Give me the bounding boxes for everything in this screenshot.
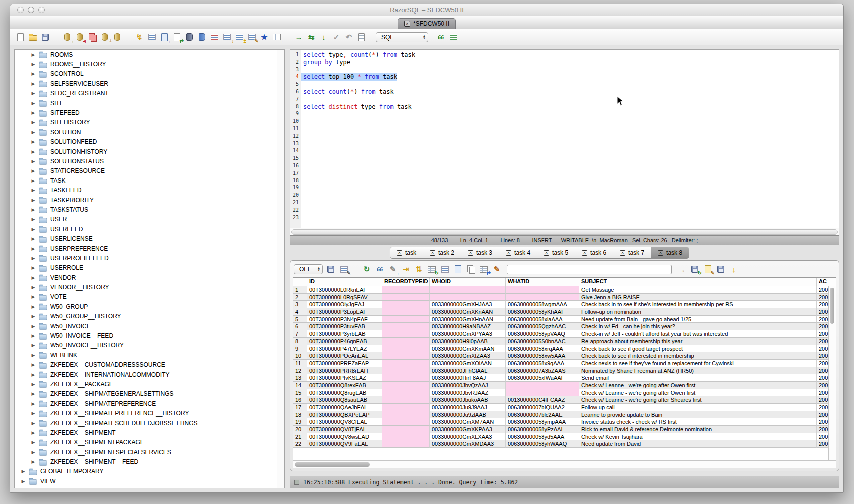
grid-cell[interactable]: [382, 286, 430, 294]
disclosure-triangle-icon[interactable]: ▶: [31, 217, 36, 222]
grid-cell[interactable]: [382, 323, 430, 330]
disclosure-triangle-icon[interactable]: ▶: [31, 276, 36, 280]
grid-cell[interactable]: 0033000000GmXHnAAN: [430, 316, 506, 324]
title-bar[interactable]: RazorSQL – SFDCW50 II: [10, 4, 844, 16]
grid-cell[interactable]: 200: [817, 352, 828, 360]
grid-cell[interactable]: [506, 382, 580, 390]
tree-item-w50-invoice-feed[interactable]: ▶W50_INVOICE__FEED: [15, 331, 277, 340]
grid-cell[interactable]: 00T3000000QAeJbEAL: [308, 404, 382, 412]
grid-cell[interactable]: 200: [817, 368, 828, 375]
code-text[interactable]: [301, 207, 304, 214]
grid-row-22[interactable]: 2200T3000000QV9FaEAL0033000000GmXMDAA300…: [294, 440, 828, 448]
edit-sql-icon[interactable]: ✎: [247, 32, 257, 42]
disclosure-triangle-icon[interactable]: ▶: [31, 343, 36, 348]
results-search-input[interactable]: [507, 265, 672, 274]
tree-item-userrole[interactable]: ▶USERROLE: [15, 264, 277, 273]
grid-row-4[interactable]: 400T3000000P3LopEAF0033000000GmXKnAAN006…: [294, 308, 828, 316]
disclosure-triangle-icon[interactable]: ▶: [31, 168, 36, 174]
column-header-whoid[interactable]: WHOID: [430, 278, 506, 286]
grid-cell[interactable]: [382, 346, 430, 353]
grid-cell[interactable]: 00T3000000PfvKSEAZ: [308, 374, 382, 382]
code-line-23[interactable]: 23: [290, 214, 839, 222]
grid-cell[interactable]: [506, 294, 580, 302]
tree-item-w50-group-history[interactable]: ▶W50_GROUP__HISTORY: [15, 312, 277, 322]
reload-file-icon[interactable]: ⇄: [172, 32, 182, 42]
favorites-icon[interactable]: ★: [260, 32, 270, 42]
grid-cell[interactable]: 006300000058ympAAA: [506, 418, 580, 426]
grid-row-10[interactable]: 1000T3000000POeAnEAL0033000000GmXIZAA300…: [294, 352, 828, 360]
tree-item-sfdc-registrant[interactable]: ▶SFDC_REGISTRANT: [15, 89, 277, 98]
tab-close-icon[interactable]: ×: [582, 250, 588, 256]
grid-cell[interactable]: [382, 294, 430, 302]
grid-cell[interactable]: Invoice status check - check w/ RS first: [580, 418, 817, 426]
code-line-20[interactable]: 20: [290, 192, 839, 200]
grid-row-18[interactable]: 1800T3000000QBXPeEAP0033000000Ju9zlAAB00…: [294, 412, 828, 419]
sql-code-area[interactable]: 1select type, count(*) from task2group b…: [290, 50, 839, 228]
grid-cell[interactable]: 200: [817, 390, 828, 397]
code-line-21[interactable]: 21: [290, 200, 839, 207]
grid-cell[interactable]: 200: [817, 382, 828, 390]
grid-cell[interactable]: 200: [817, 404, 828, 412]
grid-row-14[interactable]: 1400T3000000Q8rexEAB0033000000JbvQzAAJCh…: [294, 382, 828, 390]
grid-cell[interactable]: 200: [817, 316, 828, 324]
grid-cell[interactable]: 006300000058ypVAAQ: [506, 330, 580, 338]
tree-item-taskfeed[interactable]: ▶TASKFEED: [15, 186, 277, 195]
disclosure-triangle-icon[interactable]: ▶: [31, 314, 36, 319]
grid-cell[interactable]: 200: [817, 396, 828, 404]
new-file-icon[interactable]: [16, 32, 26, 42]
grid-row-17[interactable]: 1700T3000000QAeJbEAL0033000000Ju9J9AAJ00…: [294, 404, 828, 412]
disclosure-triangle-icon[interactable]: ▶: [21, 479, 26, 484]
highlight-icon[interactable]: ✎: [492, 264, 502, 274]
grid-cell[interactable]: 00T3000000PRR8rEAH: [308, 368, 382, 375]
grid-cell[interactable]: Need update from David: [580, 440, 817, 448]
tab-close-icon[interactable]: ×: [658, 250, 664, 256]
open-file-icon[interactable]: [28, 32, 38, 42]
grid-cell[interactable]: 00630000007blc2AAE: [506, 412, 580, 419]
tree-item-userfeed[interactable]: ▶USERFEED: [15, 224, 277, 234]
tab-close-icon[interactable]: ×: [620, 250, 626, 256]
disclosure-triangle-icon[interactable]: ▶: [31, 198, 36, 203]
grid-cell[interactable]: 006300000058yhWAAQ: [506, 440, 580, 448]
tab-close-icon[interactable]: ×: [430, 250, 436, 256]
column-header-ac[interactable]: AC: [817, 278, 836, 286]
grid-cell[interactable]: Check w/ Kevin Tsujihara: [580, 434, 817, 441]
disclosure-triangle-icon[interactable]: ▶: [31, 110, 36, 116]
tree-item-vendor[interactable]: ▶VENDOR: [15, 273, 277, 282]
grid-cell[interactable]: Check-in w/ Ed - can he join this year?: [580, 323, 817, 330]
grid-cell[interactable]: [382, 426, 430, 434]
result-tab-task-3[interactable]: ×task 3: [462, 248, 500, 258]
grid-cell[interactable]: 00T3000000P3yrbEAB: [308, 330, 382, 338]
disclosure-triangle-icon[interactable]: ▶: [31, 353, 36, 358]
column-header-recordtypeid[interactable]: RECORDTYPEID: [382, 278, 430, 286]
fetch-more-icon[interactable]: ↓: [729, 264, 739, 274]
disclosure-triangle-icon[interactable]: ▶: [31, 188, 36, 193]
grid-cell[interactable]: 00T3000000QV8CfEAL: [308, 418, 382, 426]
grid-cell[interactable]: [382, 390, 430, 397]
tab-close-icon[interactable]: ×: [397, 250, 402, 256]
tree-item-vote[interactable]: ▶VOTE: [15, 292, 277, 302]
code-text[interactable]: [301, 192, 304, 200]
query-log-icon[interactable]: [356, 32, 366, 42]
disclosure-triangle-icon[interactable]: ▶: [31, 236, 36, 242]
grid-cell[interactable]: 0033000000Ju9J9AAJ: [430, 404, 506, 412]
tree-item-solutionhistory[interactable]: ▶SOLUTIONHISTORY: [15, 147, 277, 156]
execute-statement-icon[interactable]: →: [294, 32, 304, 42]
tab-close-icon[interactable]: ×: [468, 250, 474, 256]
result-tab-task-4[interactable]: ×task 4: [500, 248, 538, 258]
grid-row-2[interactable]: 200T3000000L0RqSEAVGive Jenn a BIG RAISE…: [294, 294, 828, 302]
grid-cell[interactable]: Check w/ Leanne - we're going after Shea…: [580, 396, 817, 404]
minimize-window-button[interactable]: [28, 7, 34, 14]
tree-item-solution[interactable]: ▶SOLUTION: [15, 128, 277, 137]
tab-close-icon[interactable]: ×: [544, 250, 550, 256]
export-table-icon[interactable]: →: [272, 32, 282, 42]
tree-item-vendor-history[interactable]: ▶VENDOR__HISTORY: [15, 282, 277, 292]
tree-item-zkfedex-shipmategeneralsettings[interactable]: ▶ZKFEDEX__SHIPMATEGENERALSETTINGS: [15, 390, 277, 399]
result-tab-task-6[interactable]: ×task 6: [576, 248, 614, 258]
grid-cell[interactable]: 0033000000JbukoAAB: [430, 396, 506, 404]
tree-item-zkfedex-shipmatepreference-history[interactable]: ▶ZKFEDEX__SHIPMATEPREFERENCE__HISTORY: [15, 408, 277, 418]
grid-cell[interactable]: [382, 338, 430, 346]
code-line-19[interactable]: 19: [290, 184, 839, 192]
disclosure-triangle-icon[interactable]: ▶: [31, 140, 36, 144]
tree-item-sitehistory[interactable]: ▶SITEHISTORY: [15, 118, 277, 128]
grid-cell[interactable]: 0033000000JbvQzAAJ: [430, 382, 506, 390]
